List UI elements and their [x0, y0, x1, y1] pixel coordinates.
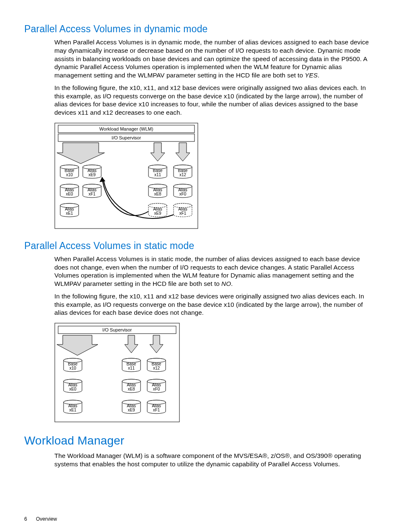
svg-text:xE9: xE9	[128, 408, 135, 412]
svg-text:xE9: xE9	[154, 211, 161, 216]
svg-text:xE0: xE0	[69, 387, 77, 391]
section-name: Overview	[36, 516, 57, 522]
big-arrow-icon	[57, 335, 98, 355]
cyl-alias-xf0: Alias xF0	[147, 379, 166, 393]
heading-dynamic-mode: Parallel Access Volumes in dynamic mode	[24, 23, 374, 35]
cyl-alias-xe8: Alias xE8	[148, 184, 167, 198]
svg-text:x10: x10	[69, 366, 77, 370]
cyl-alias-xf1: Alias xF1	[147, 400, 166, 414]
svg-text:xF1: xF1	[89, 192, 96, 196]
svg-text:xF1: xF1	[153, 408, 160, 412]
cyl-base-x10: Base x10	[60, 165, 79, 178]
para-static-1: When Parallel Access Volumes is in stati…	[54, 255, 374, 288]
cyl-base-x11: Base x11	[148, 165, 167, 178]
svg-text:xE1: xE1	[66, 211, 73, 216]
cyl-alias-xe1: Alias xE1	[64, 400, 82, 414]
page-footer: 6 Overview	[24, 516, 57, 522]
svg-text:xE8: xE8	[154, 192, 161, 196]
svg-text:x11: x11	[154, 172, 161, 177]
svg-text:xE1: xE1	[69, 408, 77, 412]
label-io-supervisor: I/O Supervisor	[102, 327, 132, 332]
svg-text:x11: x11	[128, 366, 135, 370]
svg-text:xF0: xF0	[153, 387, 160, 391]
svg-text:xF1: xF1	[179, 211, 187, 216]
small-arrow-icon	[125, 335, 138, 353]
cyl-alias-xe8: Alias xE8	[122, 379, 141, 393]
figure-dynamic-diagram: Workload Manager (WLM) I/O Supervisor Ba…	[54, 123, 374, 231]
text: .	[317, 72, 319, 79]
text: .	[231, 280, 233, 287]
para-static-2: In the following figure, the x10, x11 an…	[54, 292, 374, 317]
para-wlm: The Workload Manager (WLM) is a software…	[54, 452, 374, 468]
cyl-alias-xe1: Alias xE1	[60, 203, 79, 217]
svg-text:x10: x10	[66, 172, 73, 177]
cyl-alias-xf1-dashed: Alias xF1	[174, 203, 192, 217]
cyl-base-x10: Base x10	[64, 358, 82, 372]
big-arrow-icon	[57, 143, 105, 164]
para-dynamic-2: In the following figure, the x10, x11, a…	[54, 84, 374, 117]
small-arrow-icon	[150, 335, 163, 353]
heading-static-mode: Parallel Access Volumes in static mode	[24, 240, 374, 252]
figure-static-diagram: I/O Supervisor Base x10 Alias xE0 Alias …	[54, 323, 374, 425]
label-wlm: Workload Manager (WLM)	[100, 126, 153, 131]
heading-workload-manager: Workload Manager	[24, 434, 374, 447]
para-dynamic-1: When Parallel Access Volumes is in dynam…	[54, 38, 374, 80]
svg-text:xF0: xF0	[179, 192, 187, 196]
cyl-alias-xe9: Alias xE9	[83, 165, 101, 178]
cyl-alias-xe9-dashed: Alias xE9	[148, 203, 167, 217]
cyl-alias-xe9: Alias xE9	[122, 400, 141, 414]
cyl-alias-xe0: Alias xE0	[60, 184, 79, 198]
text: When Parallel Access Volumes is in dynam…	[54, 39, 369, 79]
label-io-supervisor: I/O Supervisor	[112, 135, 141, 140]
page-number: 6	[24, 516, 27, 522]
text-italic: YES	[305, 72, 318, 79]
svg-text:x12: x12	[153, 366, 160, 370]
cyl-alias-xf1: Alias xF1	[83, 184, 101, 198]
small-arrow-icon	[176, 143, 190, 161]
cyl-alias-xf0: Alias xF0	[174, 184, 192, 198]
svg-text:xE0: xE0	[66, 192, 73, 196]
svg-text:xE8: xE8	[128, 387, 135, 391]
curve-arrow	[102, 177, 148, 216]
cyl-alias-xe0: Alias xE0	[64, 379, 82, 393]
cyl-base-x12: Base x12	[147, 358, 166, 372]
cyl-base-x11: Base x11	[122, 358, 141, 372]
text: When Parallel Access Volumes is in stati…	[54, 255, 360, 287]
arrowhead-icon	[100, 177, 105, 182]
text-italic: NO	[221, 280, 231, 287]
small-arrow-icon	[151, 143, 165, 161]
cyl-base-x12: Base x12	[174, 165, 192, 178]
svg-text:x12: x12	[179, 172, 187, 177]
svg-text:xE9: xE9	[88, 172, 96, 177]
